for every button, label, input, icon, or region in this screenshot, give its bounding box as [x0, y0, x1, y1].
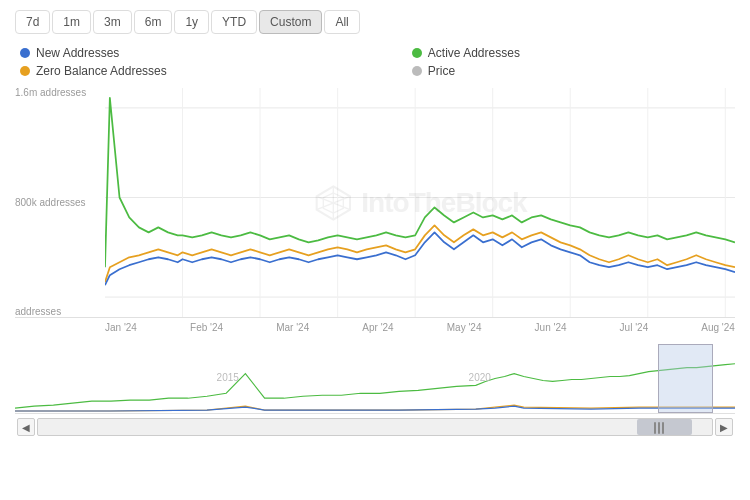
x-label-2: Mar '24: [276, 322, 309, 336]
x-label-3: Apr '24: [362, 322, 393, 336]
scroll-line-1: [654, 422, 656, 434]
time-filter-1m[interactable]: 1m: [52, 10, 91, 34]
legend-item-price: Price: [412, 64, 735, 78]
legend-item-zero: Zero Balance Addresses: [20, 64, 382, 78]
chart-svg-container: IntoTheBlock: [105, 88, 735, 317]
time-filter-all[interactable]: All: [324, 10, 359, 34]
time-filter-7d[interactable]: 7d: [15, 10, 50, 34]
scroll-handle-lines: [654, 422, 664, 434]
legend-dot-active: [412, 48, 422, 58]
nav-scrollbar[interactable]: [37, 418, 713, 436]
main-container: 7d1m3m6m1yYTDCustomAll New AddressesActi…: [0, 0, 750, 500]
x-label-6: Jul '24: [620, 322, 649, 336]
x-label-5: Jun '24: [535, 322, 567, 336]
legend-dot-zero: [20, 66, 30, 76]
nav-bar: ◀ ▶: [15, 414, 735, 440]
scroll-line-2: [658, 422, 660, 434]
main-chart-area: 1.6m addresses800k addressesaddresses In…: [15, 88, 735, 318]
time-filter-ytd[interactable]: YTD: [211, 10, 257, 34]
x-label-1: Feb '24: [190, 322, 223, 336]
mini-chart-label-2020: 2020: [469, 372, 491, 383]
chart-legend: New AddressesActive AddressesZero Balanc…: [15, 46, 735, 78]
nav-left-arrow[interactable]: ◀: [17, 418, 35, 436]
scroll-line-3: [662, 422, 664, 434]
x-axis-labels: Jan '24Feb '24Mar '24Apr '24May '24Jun '…: [15, 318, 735, 340]
time-filter-custom[interactable]: Custom: [259, 10, 322, 34]
legend-label-price: Price: [428, 64, 455, 78]
mini-chart-label-2015: 2015: [217, 372, 239, 383]
legend-label-active: Active Addresses: [428, 46, 520, 60]
nav-scroll-handle[interactable]: [637, 419, 692, 435]
main-chart-svg: [105, 88, 735, 317]
time-filter-3m[interactable]: 3m: [93, 10, 132, 34]
time-filter-bar: 7d1m3m6m1yYTDCustomAll: [15, 10, 735, 34]
nav-right-arrow[interactable]: ▶: [715, 418, 733, 436]
y-axis-labels: 1.6m addresses800k addressesaddresses: [15, 88, 105, 317]
x-label-7: Aug '24: [701, 322, 735, 336]
legend-dot-new: [20, 48, 30, 58]
x-label-0: Jan '24: [105, 322, 137, 336]
legend-label-new: New Addresses: [36, 46, 119, 60]
mini-chart-svg-container: [15, 344, 735, 413]
mini-chart-area: 2015 2020: [15, 344, 735, 414]
time-filter-1y[interactable]: 1y: [174, 10, 209, 34]
legend-item-new: New Addresses: [20, 46, 382, 60]
y-label-1: 800k addresses: [15, 198, 105, 208]
legend-item-active: Active Addresses: [412, 46, 735, 60]
x-label-4: May '24: [447, 322, 482, 336]
y-label-0: 1.6m addresses: [15, 88, 105, 98]
legend-label-zero: Zero Balance Addresses: [36, 64, 167, 78]
time-filter-6m[interactable]: 6m: [134, 10, 173, 34]
y-label-2: addresses: [15, 307, 105, 317]
mini-chart-svg: [15, 344, 735, 413]
legend-dot-price: [412, 66, 422, 76]
